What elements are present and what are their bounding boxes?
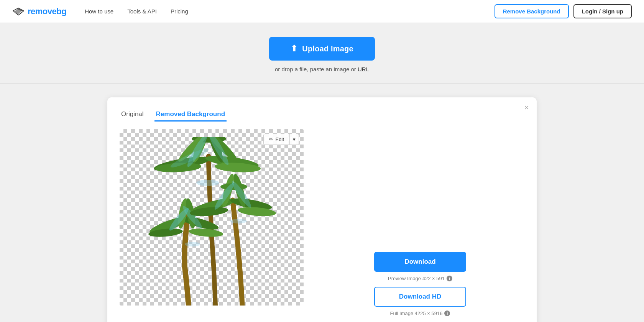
tab-original[interactable]: Original	[120, 108, 145, 122]
full-info: Full Image 4225 × 5916 i	[390, 310, 450, 316]
nav: How to use Tools & API Pricing	[85, 8, 188, 15]
logo-icon	[12, 7, 25, 16]
pencil-icon: ✏	[269, 136, 273, 142]
result-card: × Original Removed Background ✏ Edit ▾	[107, 97, 537, 322]
edit-button[interactable]: ✏ Edit	[263, 134, 290, 145]
upload-image-button[interactable]: ⬆ Upload Image	[269, 37, 375, 61]
url-link[interactable]: URL	[358, 66, 369, 72]
header: removebg How to use Tools & API Pricing …	[0, 0, 644, 23]
svg-point-34	[196, 180, 219, 186]
main-content: × Original Removed Background ✏ Edit ▾	[0, 84, 644, 322]
header-right: Remove Background Login / Sign up	[495, 4, 632, 18]
right-panel: Download Preview Image 422 × 591 i Downl…	[316, 129, 524, 316]
svg-point-10	[188, 227, 223, 238]
edit-toolbar: ✏ Edit ▾	[263, 134, 299, 145]
logo[interactable]: removebg	[12, 7, 66, 16]
tab-removed-background[interactable]: Removed Background	[154, 108, 227, 122]
image-preview	[120, 129, 304, 306]
logo-text: removebg	[28, 7, 66, 16]
download-button[interactable]: Download	[374, 252, 466, 272]
login-signup-button[interactable]: Login / Sign up	[573, 4, 632, 18]
card-inner: ✏ Edit ▾	[120, 129, 524, 316]
upload-hint: or drop a file, paste an image or URL	[275, 66, 369, 72]
upload-button-label: Upload Image	[302, 44, 353, 53]
download-hd-button[interactable]: Download HD	[374, 287, 466, 307]
nav-how-to-use[interactable]: How to use	[85, 8, 113, 15]
upload-section: ⬆ Upload Image or drop a file, paste an …	[0, 23, 644, 84]
upload-icon: ⬆	[291, 44, 297, 54]
tabs: Original Removed Background	[120, 108, 524, 122]
close-button[interactable]: ×	[524, 104, 529, 112]
svg-point-35	[185, 242, 200, 246]
remove-background-button[interactable]: Remove Background	[495, 4, 569, 18]
image-container: ✏ Edit ▾	[120, 129, 304, 306]
palm-tree-image	[139, 137, 284, 306]
preview-info: Preview Image 422 × 591 i	[388, 276, 452, 281]
preview-info-icon[interactable]: i	[447, 276, 452, 281]
full-info-icon[interactable]: i	[444, 310, 450, 316]
svg-point-36	[230, 219, 247, 223]
nav-pricing[interactable]: Pricing	[171, 8, 188, 15]
nav-tools-api[interactable]: Tools & API	[127, 8, 157, 15]
edit-dropdown-button[interactable]: ▾	[290, 134, 299, 145]
